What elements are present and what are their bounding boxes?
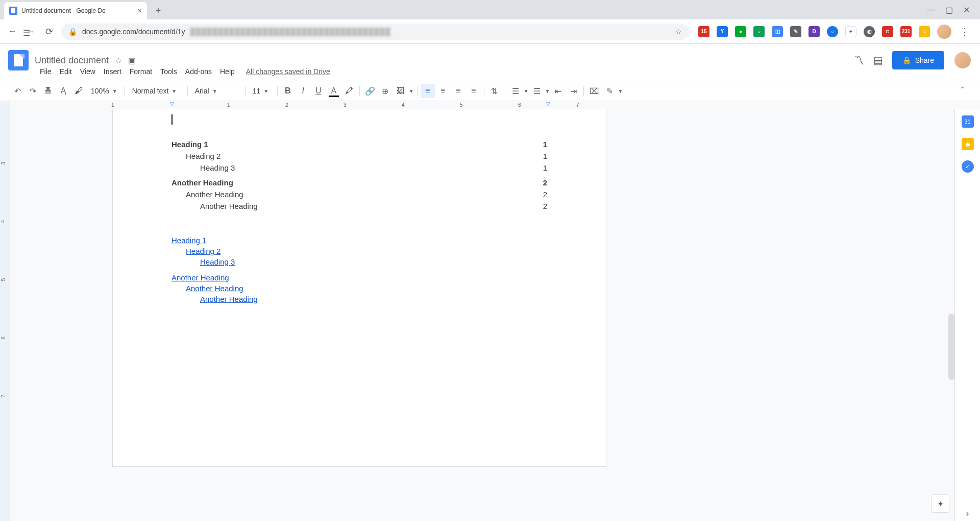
insert-image-button[interactable]: 🖼	[394, 84, 408, 98]
align-center-button[interactable]: ≡	[436, 84, 450, 98]
indent-marker-icon[interactable]: ▽	[170, 101, 174, 107]
star-document-icon[interactable]: ☆	[115, 56, 122, 65]
document-title[interactable]: Untitled document	[35, 55, 109, 66]
expand-sidebar-icon[interactable]: ›	[966, 508, 969, 519]
italic-button[interactable]: I	[296, 84, 310, 98]
bookmark-star-icon[interactable]: ☆	[675, 28, 682, 36]
scrollbar-thumb[interactable]	[948, 314, 954, 380]
toc-link[interactable]: Heading 1	[172, 236, 547, 245]
browser-menu-icon[interactable]: ⋮	[959, 26, 971, 38]
horizontal-ruler[interactable]: 1 ▽ 1 2 3 4 5 6 ▽ 7	[10, 101, 980, 109]
address-bar[interactable]: 🔒 docs.google.com/document/d/1y ████████…	[61, 23, 689, 40]
document-page[interactable]: Heading 11Heading 21Heading 31Another He…	[112, 109, 606, 467]
back-button[interactable]: ←	[6, 26, 18, 38]
toc-entry[interactable]: Heading 31	[172, 163, 547, 172]
toc-entry[interactable]: Another Heading2	[172, 178, 547, 187]
print-button[interactable]: 🖶	[41, 84, 55, 98]
toc-link[interactable]: Another Heading	[172, 284, 547, 293]
ext-icon-4[interactable]: ○	[753, 26, 765, 37]
spellcheck-button[interactable]: Ą	[56, 84, 70, 98]
toc-link[interactable]: Heading 3	[172, 257, 547, 266]
text-color-button[interactable]: A	[327, 84, 341, 98]
ext-icon-9[interactable]: +	[845, 26, 856, 37]
right-indent-marker-icon[interactable]: ▽	[546, 101, 550, 107]
clear-formatting-button[interactable]: ⌧	[587, 84, 601, 98]
close-window-icon[interactable]: ✕	[963, 5, 970, 15]
toc-link[interactable]: Another Heading	[172, 273, 547, 282]
evernote-ext-icon[interactable]: ●	[735, 26, 746, 37]
editing-mode-button[interactable]: ✎	[602, 84, 617, 98]
move-document-icon[interactable]: ▣	[128, 56, 136, 65]
insert-comment-button[interactable]: ⊕	[378, 84, 393, 98]
activity-icon[interactable]: 〽	[854, 55, 864, 66]
maximize-icon[interactable]: ▢	[945, 5, 953, 15]
ext-icon-11[interactable]: ◘	[882, 26, 893, 37]
increase-indent-button[interactable]: ⇥	[566, 84, 580, 98]
toc-link[interactable]: Heading 2	[172, 247, 547, 255]
zoom-dropdown[interactable]: 100% ▼	[87, 84, 121, 98]
line-spacing-button[interactable]: ⇅	[487, 84, 502, 98]
font-size-dropdown[interactable]: 11 ▼	[249, 84, 274, 98]
menu-edit[interactable]: Edit	[57, 65, 75, 78]
keep-sidebar-icon[interactable]: ◉	[962, 138, 974, 150]
menu-help[interactable]: Help	[217, 65, 238, 78]
chevron-down-icon[interactable]: ▼	[618, 88, 623, 94]
ext-icon-7[interactable]: D	[808, 26, 820, 37]
align-right-button[interactable]: ≡	[451, 84, 465, 98]
menu-insert[interactable]: Insert	[101, 65, 125, 78]
underline-button[interactable]: U	[311, 84, 326, 98]
menu-file[interactable]: File	[37, 65, 55, 78]
account-avatar[interactable]	[953, 51, 972, 69]
close-tab-icon[interactable]: ×	[138, 7, 142, 15]
ext-icon-8[interactable]: ○	[827, 26, 838, 37]
bold-button[interactable]: B	[281, 84, 295, 98]
redo-button[interactable]: ↷	[26, 84, 40, 98]
new-tab-button[interactable]: +	[151, 4, 165, 18]
calendar-sidebar-icon[interactable]: 31	[962, 115, 974, 128]
chevron-down-icon[interactable]: ▼	[524, 88, 529, 94]
highlight-button[interactable]: 🖍	[342, 84, 356, 98]
insert-link-button[interactable]: 🔗	[363, 84, 377, 98]
menu-format[interactable]: Format	[127, 65, 155, 78]
save-status[interactable]: All changes saved in Drive	[246, 67, 330, 76]
explore-button[interactable]: ✦	[931, 494, 949, 513]
ext-icon-13[interactable]: ☺	[919, 26, 930, 37]
paint-format-button[interactable]: 🖌	[71, 84, 86, 98]
ext-icon-6[interactable]: ✎	[790, 26, 801, 37]
toc-entry[interactable]: Another Heading2	[172, 202, 547, 210]
font-dropdown[interactable]: Arial ▼	[191, 84, 242, 98]
minimize-icon[interactable]: —	[927, 5, 935, 15]
menu-view[interactable]: View	[77, 65, 99, 78]
docs-logo-icon[interactable]	[8, 50, 29, 70]
toc-entry[interactable]: Heading 11	[172, 140, 547, 149]
align-justify-button[interactable]: ≡	[467, 84, 481, 98]
calendar-ext-icon[interactable]: 15	[698, 26, 709, 37]
tasks-sidebar-icon[interactable]: ✓	[962, 160, 974, 173]
numbered-list-button[interactable]: ☰	[508, 84, 523, 98]
ext-icon-10[interactable]: ◐	[864, 26, 875, 37]
comments-icon[interactable]: ▤	[873, 54, 883, 66]
collapse-toolbar-button[interactable]: ˆ	[955, 84, 970, 98]
abp-ext-icon[interactable]: 231	[900, 26, 912, 37]
toc-link[interactable]: Another Heading	[172, 295, 547, 303]
separator	[245, 86, 246, 96]
menu-tools[interactable]: Tools	[157, 65, 180, 78]
style-dropdown[interactable]: Normal text ▼	[128, 84, 184, 98]
vertical-ruler[interactable]: 3 4 5 6 7	[0, 109, 10, 521]
bulleted-list-button[interactable]: ☰	[530, 84, 544, 98]
decrease-indent-button[interactable]: ⇤	[551, 84, 565, 98]
toc-entry[interactable]: Heading 21	[172, 152, 547, 160]
undo-button[interactable]: ↶	[10, 84, 24, 98]
chevron-down-icon[interactable]: ▼	[545, 88, 550, 94]
ext-icon-2[interactable]: Y	[717, 26, 728, 37]
browser-profile-avatar[interactable]	[937, 25, 951, 39]
align-left-button[interactable]: ≡	[421, 84, 435, 98]
chevron-down-icon[interactable]: ▼	[409, 88, 414, 94]
share-button[interactable]: 🔒 Share	[892, 51, 944, 69]
document-outline-button[interactable]: ☰	[19, 26, 34, 40]
reload-button[interactable]: ⟳	[43, 26, 55, 38]
browser-tab[interactable]: Untitled document - Google Do ×	[4, 2, 147, 19]
toc-entry[interactable]: Another Heading2	[172, 190, 547, 199]
ext-icon-5[interactable]: ◫	[772, 26, 783, 37]
menu-addons[interactable]: Add-ons	[182, 65, 215, 78]
